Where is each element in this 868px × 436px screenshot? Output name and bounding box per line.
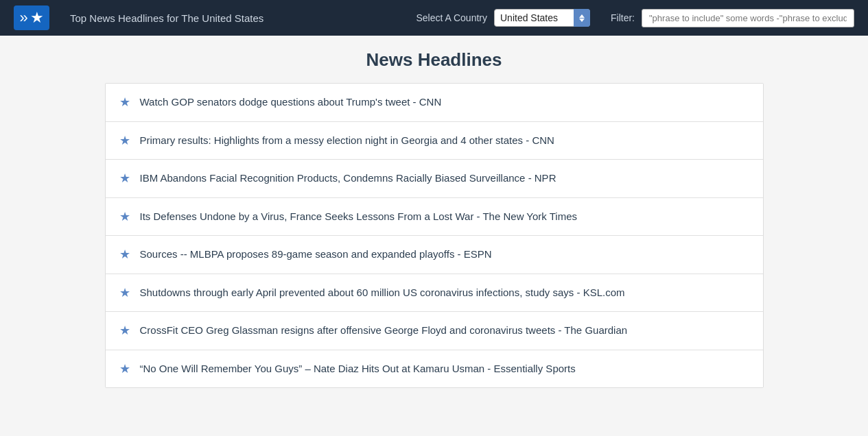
news-item: ★Sources -- MLBPA proposes 89-game seaso… [106,236,763,274]
news-item: ★Watch GOP senators dodge questions abou… [106,84,763,122]
news-list[interactable]: ★Watch GOP senators dodge questions abou… [105,83,764,388]
headline-text: CrossFit CEO Greg Glassman resigns after… [140,323,749,339]
news-item: ★“No One Will Remember You Guys” – Nate … [106,350,763,388]
favorite-star-button[interactable]: ★ [119,324,130,337]
logo-icon: » [19,10,27,25]
headline-text: Sources -- MLBPA proposes 89-game season… [140,247,749,263]
headline-text: IBM Abandons Facial Recognition Products… [140,171,749,186]
page-title: News Headlines [105,49,764,71]
news-item: ★IBM Abandons Facial Recognition Product… [106,160,763,198]
logo: » ★ [14,5,49,30]
headline-text: Its Defenses Undone by a Virus, France S… [140,209,749,225]
navbar: » ★ Top News Headlines for The United St… [0,0,868,36]
country-label: Select A Country [416,12,487,23]
favorite-star-button[interactable]: ★ [119,210,130,223]
country-section: Select A Country United States United Ki… [416,9,590,27]
headline-text: Primary results: Highlights from a messy… [140,133,749,149]
filter-section: Filter: [611,9,854,27]
favorite-star-button[interactable]: ★ [119,363,130,375]
headline-text: Shutdowns through early April prevented … [140,285,749,301]
main-content: News Headlines ★Watch GOP senators dodge… [105,36,764,402]
favorite-star-button[interactable]: ★ [119,134,130,147]
filter-input[interactable] [642,9,854,27]
news-item: ★Shutdowns through early April prevented… [106,274,763,313]
headline-text: “No One Will Remember You Guys” – Nate D… [140,361,749,377]
news-item: ★CrossFit CEO Greg Glassman resigns afte… [106,312,763,350]
favorite-star-button[interactable]: ★ [119,96,130,108]
news-item: ★Primary results: Highlights from a mess… [106,122,763,160]
nav-title: Top News Headlines for The United States [70,12,395,24]
headline-text: Watch GOP senators dodge questions about… [140,95,749,110]
favorite-star-button[interactable]: ★ [119,248,130,261]
news-item: ★Its Defenses Undone by a Virus, France … [106,198,763,237]
favorite-star-button[interactable]: ★ [119,287,130,299]
favorite-star-button[interactable]: ★ [119,172,130,184]
filter-label: Filter: [611,12,635,23]
country-select[interactable]: United States United Kingdom Canada Aust… [494,9,590,27]
country-select-wrapper: United States United Kingdom Canada Aust… [494,9,590,27]
logo-icon-2: ★ [30,10,44,25]
logo-inner: » ★ [19,10,43,25]
